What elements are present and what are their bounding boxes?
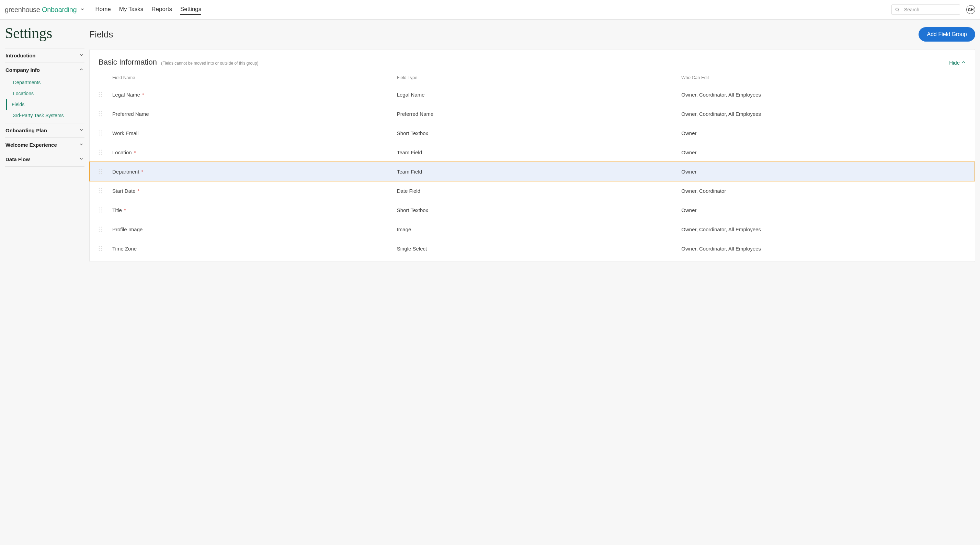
- svg-point-30: [99, 173, 100, 174]
- svg-point-47: [101, 229, 102, 230]
- table-row[interactable]: Title *Short TextboxOwner: [99, 200, 966, 220]
- sidebar-section-label: Company Info: [5, 67, 40, 73]
- svg-point-14: [99, 131, 100, 132]
- svg-point-40: [99, 210, 100, 210]
- chevron-down-icon[interactable]: [80, 7, 85, 13]
- svg-point-25: [101, 154, 102, 155]
- cell-field-type: Image: [397, 226, 682, 232]
- svg-point-54: [99, 250, 100, 251]
- required-indicator: *: [136, 188, 140, 194]
- fields-table: Field Name Field Type Who Can Edit Legal…: [99, 75, 966, 258]
- nav-link-settings[interactable]: Settings: [180, 5, 201, 15]
- page-title: Settings: [5, 24, 84, 42]
- search-box: [891, 5, 960, 15]
- sidebar-section-header[interactable]: Data Flow: [5, 152, 84, 166]
- top-nav: greenhouse Onboarding HomeMy TasksReport…: [0, 0, 980, 19]
- nav-right: GH: [891, 5, 975, 15]
- drag-handle-icon[interactable]: [99, 111, 103, 116]
- svg-point-7: [101, 96, 102, 97]
- sidebar-section-header[interactable]: Introduction: [5, 48, 84, 62]
- svg-point-8: [99, 112, 100, 112]
- cell-field-type: Short Textbox: [397, 207, 682, 213]
- svg-point-13: [101, 115, 102, 116]
- drag-handle-icon[interactable]: [99, 150, 103, 155]
- cell-who-can-edit: Owner: [681, 169, 966, 175]
- chevron-down-icon: [79, 127, 84, 133]
- required-indicator: *: [141, 92, 144, 97]
- cell-who-can-edit: Owner, Coordinator, All Employees: [681, 111, 966, 117]
- svg-point-36: [99, 193, 100, 193]
- field-name-text: Location: [112, 150, 132, 155]
- cell-field-name: Location *: [112, 150, 397, 155]
- table-row[interactable]: Department *Team FieldOwner: [90, 162, 975, 181]
- sidebar-section-header[interactable]: Welcome Experience: [5, 138, 84, 152]
- table-row[interactable]: Location *Team FieldOwner: [99, 143, 966, 162]
- drag-handle-icon[interactable]: [99, 92, 103, 97]
- svg-point-5: [101, 94, 102, 95]
- svg-point-18: [99, 135, 100, 136]
- search-icon: [895, 7, 900, 12]
- cell-field-type: Preferred Name: [397, 111, 682, 117]
- nav-link-reports[interactable]: Reports: [151, 5, 172, 15]
- drag-handle-icon[interactable]: [99, 246, 103, 251]
- sidebar-section-header[interactable]: Onboarding Plan: [5, 123, 84, 137]
- table-row[interactable]: Time ZoneSingle SelectOwner, Coordinator…: [99, 239, 966, 258]
- required-indicator: *: [140, 169, 143, 175]
- field-name-text: Title: [112, 207, 122, 213]
- sidebar-section-header[interactable]: Company Info: [5, 63, 84, 77]
- drag-handle-icon[interactable]: [99, 188, 103, 193]
- drag-handle-icon[interactable]: [99, 226, 103, 232]
- svg-line-1: [898, 11, 899, 12]
- nav-link-home[interactable]: Home: [95, 5, 111, 15]
- card-title-wrap: Basic Information (Fields cannot be move…: [99, 58, 258, 67]
- sidebar-item-departments[interactable]: Departments: [8, 77, 84, 88]
- sidebar-subitems: DepartmentsLocationsFields3rd-Party Task…: [5, 77, 84, 123]
- field-group-card: Basic Information (Fields cannot be move…: [89, 49, 975, 262]
- sidebar-item-locations[interactable]: Locations: [8, 88, 84, 99]
- svg-point-32: [99, 188, 100, 189]
- cell-who-can-edit: Owner, Coordinator: [681, 188, 966, 194]
- svg-point-46: [99, 229, 100, 230]
- avatar[interactable]: GH: [966, 5, 975, 14]
- table-row[interactable]: Legal Name *Legal NameOwner, Coordinator…: [99, 85, 966, 104]
- required-indicator: *: [132, 150, 136, 155]
- brand-greenhouse: greenhouse: [5, 6, 40, 13]
- svg-point-4: [99, 94, 100, 95]
- cell-field-name: Time Zone: [112, 246, 397, 252]
- hide-toggle[interactable]: Hide: [949, 60, 966, 65]
- sidebar-item-fields[interactable]: Fields: [6, 99, 84, 110]
- nav-link-my-tasks[interactable]: My Tasks: [119, 5, 143, 15]
- cell-field-name: Title *: [112, 207, 397, 213]
- page-body: Settings IntroductionCompany InfoDepartm…: [0, 19, 980, 545]
- drag-handle-icon[interactable]: [99, 130, 103, 136]
- table-row[interactable]: Work EmailShort TextboxOwner: [99, 123, 966, 143]
- brand[interactable]: greenhouse Onboarding: [5, 6, 85, 14]
- drag-handle-icon[interactable]: [99, 207, 103, 213]
- search-input[interactable]: [891, 5, 960, 15]
- cell-field-name: Legal Name *: [112, 92, 397, 97]
- table-header-row: Field Name Field Type Who Can Edit: [99, 75, 966, 85]
- main-content: Fields Add Field Group Basic Information…: [89, 19, 980, 545]
- cell-field-type: Legal Name: [397, 92, 682, 97]
- field-name-text: Work Email: [112, 130, 138, 136]
- table-row[interactable]: Profile ImageImageOwner, Coordinator, Al…: [99, 220, 966, 239]
- svg-point-26: [99, 169, 100, 170]
- svg-point-33: [101, 188, 102, 189]
- svg-point-45: [101, 227, 102, 228]
- brand-text: greenhouse Onboarding: [5, 6, 76, 14]
- drag-handle-icon[interactable]: [99, 169, 103, 174]
- sidebar-section-label: Introduction: [5, 53, 35, 58]
- add-field-group-button[interactable]: Add Field Group: [918, 27, 975, 41]
- svg-point-19: [101, 135, 102, 136]
- table-row[interactable]: Preferred NamePreferred NameOwner, Coord…: [99, 104, 966, 123]
- svg-point-23: [101, 152, 102, 153]
- table-row[interactable]: Start Date *Date FieldOwner, Coordinator: [99, 181, 966, 200]
- sidebar: Settings IntroductionCompany InfoDepartm…: [0, 19, 89, 545]
- cell-who-can-edit: Owner, Coordinator, All Employees: [681, 226, 966, 232]
- field-name-text: Legal Name: [112, 92, 140, 97]
- svg-point-53: [101, 248, 102, 249]
- svg-point-15: [101, 131, 102, 132]
- svg-point-51: [101, 246, 102, 247]
- sidebar-item-3rd-party-task-systems[interactable]: 3rd-Party Task Systems: [8, 110, 84, 121]
- svg-point-10: [99, 113, 100, 115]
